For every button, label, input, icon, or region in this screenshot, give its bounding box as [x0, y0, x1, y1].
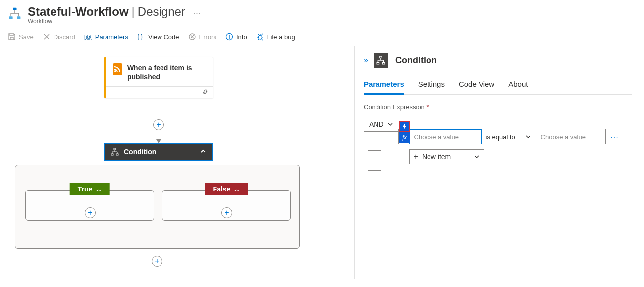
- expression-label: Condition Expression *: [364, 103, 632, 111]
- add-step-button[interactable]: [153, 119, 164, 130]
- true-label-text: True: [78, 185, 93, 193]
- parameters-icon: [@]: [84, 33, 92, 41]
- left-value-input[interactable]: fx Choose a value: [409, 129, 482, 144]
- panel-tabs: Parameters Settings Code View About: [364, 80, 632, 95]
- dynamic-content-button[interactable]: [399, 121, 410, 132]
- errors-icon: [188, 33, 196, 41]
- new-item-button[interactable]: + New item: [409, 149, 484, 164]
- collapse-panel-button[interactable]: »: [364, 56, 367, 65]
- false-label-text: False: [213, 185, 231, 193]
- condition-icon: [111, 148, 119, 156]
- title-separator: |: [132, 5, 135, 19]
- view-code-button[interactable]: { } View Code: [137, 33, 179, 41]
- save-button[interactable]: Save: [8, 33, 34, 41]
- right-value-input[interactable]: Choose a value: [537, 129, 606, 144]
- rss-icon: [113, 63, 122, 75]
- condition-label: Condition: [124, 148, 156, 156]
- false-branch-label[interactable]: False ︿: [205, 183, 248, 195]
- workflow-app-icon: [8, 7, 22, 21]
- page-section: Designer: [138, 5, 185, 19]
- operator-select[interactable]: is equal to: [482, 129, 535, 144]
- svg-rect-16: [380, 56, 382, 58]
- left-value-placeholder: Choose a value: [414, 133, 459, 141]
- code-icon: { }: [137, 33, 145, 41]
- tab-parameters[interactable]: Parameters: [364, 80, 404, 95]
- page-title: Stateful-Workflow: [28, 5, 129, 19]
- plus-icon: +: [414, 152, 418, 161]
- logic-operator-label: AND: [369, 120, 384, 128]
- svg-rect-15: [116, 154, 118, 155]
- discard-label: Discard: [54, 33, 75, 41]
- chevron-down-icon: [474, 154, 479, 159]
- svg-rect-8: [229, 36, 229, 39]
- false-branch[interactable]: False ︿: [162, 190, 291, 221]
- discard-button[interactable]: Discard: [43, 33, 75, 41]
- tab-code-view[interactable]: Code View: [459, 80, 494, 94]
- save-label: Save: [19, 33, 34, 41]
- parameters-button[interactable]: [@] Parameters: [84, 33, 128, 41]
- svg-rect-1: [9, 16, 13, 19]
- info-label: Info: [236, 33, 247, 41]
- parameters-label: Parameters: [95, 33, 128, 41]
- errors-button[interactable]: Errors: [188, 33, 216, 41]
- svg-text:{ }: { }: [137, 33, 143, 40]
- svg-text:[@]: [@]: [84, 34, 92, 40]
- info-icon: [225, 33, 233, 41]
- expression-button[interactable]: fx: [399, 132, 410, 143]
- svg-point-12: [114, 70, 116, 72]
- discard-icon: [43, 33, 51, 41]
- condition-node[interactable]: Condition: [104, 143, 213, 161]
- designer-toolbar: Save Discard [@] Parameters { } View Cod…: [0, 28, 644, 46]
- svg-point-7: [229, 35, 230, 36]
- new-item-label: New item: [422, 153, 451, 161]
- svg-rect-13: [114, 148, 116, 150]
- errors-label: Errors: [199, 33, 216, 41]
- add-step-after-button[interactable]: [152, 256, 162, 267]
- chevron-down-icon: [526, 134, 531, 139]
- true-branch-label[interactable]: True ︿: [70, 183, 110, 195]
- title-more-icon[interactable]: ···: [193, 9, 201, 18]
- file-bug-button[interactable]: File a bug: [256, 33, 295, 41]
- trigger-node[interactable]: When a feed item is published: [104, 57, 213, 98]
- condition-details-panel: » Condition Parameters Settings Code Vie…: [355, 46, 644, 279]
- panel-title: Condition: [395, 55, 437, 66]
- link-icon[interactable]: [202, 88, 209, 96]
- svg-rect-0: [13, 8, 17, 10]
- file-bug-label: File a bug: [267, 33, 295, 41]
- save-icon: [8, 33, 16, 41]
- logic-operator-select[interactable]: AND: [364, 117, 398, 132]
- tab-settings[interactable]: Settings: [418, 80, 445, 94]
- condition-branches: True ︿ False ︿: [15, 165, 300, 249]
- trigger-title: When a feed item is published: [127, 63, 206, 81]
- view-code-label: View Code: [148, 33, 179, 41]
- right-value-placeholder: Choose a value: [541, 133, 586, 141]
- condition-row: fx Choose a value is equal to Choose a v…: [398, 129, 619, 144]
- chevron-up-icon[interactable]: [200, 148, 206, 156]
- svg-rect-14: [111, 154, 113, 155]
- condition-panel-icon: [374, 53, 388, 68]
- chevron-down-icon: [388, 122, 393, 127]
- svg-rect-17: [377, 63, 379, 64]
- svg-point-9: [258, 35, 262, 39]
- true-branch[interactable]: True ︿: [25, 190, 154, 221]
- info-button[interactable]: Info: [225, 33, 247, 41]
- row-more-button[interactable]: ···: [611, 133, 619, 141]
- tab-about[interactable]: About: [508, 80, 528, 94]
- bug-icon: [256, 33, 264, 41]
- operator-label: is equal to: [486, 133, 515, 141]
- svg-rect-18: [382, 63, 385, 64]
- chevron-up-icon: ︿: [234, 186, 240, 193]
- add-true-action-button[interactable]: [85, 207, 96, 218]
- add-false-action-button[interactable]: [221, 207, 232, 218]
- designer-canvas[interactable]: When a feed item is published Condition: [0, 46, 355, 279]
- svg-rect-2: [17, 16, 20, 19]
- page-subtitle: Workflow: [28, 18, 201, 25]
- chevron-up-icon: ︿: [96, 186, 102, 193]
